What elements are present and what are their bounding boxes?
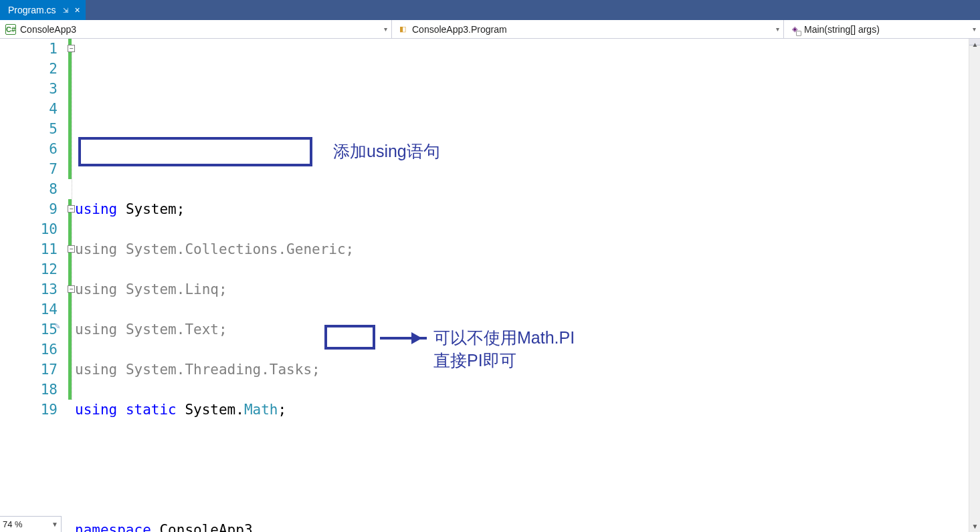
method-name: Main(string[] args): [804, 24, 880, 35]
annotation-label: 可以不使用Math.PI直接PI即可: [433, 326, 575, 372]
line-number: 14: [0, 299, 58, 319]
chevron-down-icon: ▾: [384, 25, 387, 33]
fold-toggle[interactable]: [68, 45, 75, 52]
line-number: 10: [0, 219, 58, 239]
code-line: using static System.Math;: [75, 400, 980, 420]
fold-toggle[interactable]: [68, 285, 75, 293]
line-number: 18: [0, 380, 58, 400]
annotation-box: [78, 137, 312, 166]
zoom-value: 74 %: [3, 519, 23, 529]
code-line: using System.Collections.Generic;: [75, 239, 980, 259]
annotation-label: 添加using语句: [333, 140, 440, 162]
vertical-scrollbar[interactable]: ▲ ▼: [969, 39, 980, 532]
code-editor[interactable]: 1 2 3 4 5 6 7 8 9 10 11 12 13 14 15 16 1…: [0, 39, 980, 516]
csharp-icon: C#: [5, 24, 16, 35]
project-name: ConsoleApp3: [20, 24, 76, 35]
file-tab-active[interactable]: Program.cs ⇲ ×: [0, 0, 86, 20]
class-name: ConsoleApp3.Program: [412, 24, 507, 35]
line-number: 4: [0, 99, 58, 119]
method-icon: ◈: [789, 24, 800, 35]
line-number: 1: [0, 39, 58, 59]
fold-toggle[interactable]: [68, 205, 75, 213]
file-tab-name: Program.cs: [8, 5, 56, 15]
navigation-bar: C# ConsoleApp3 ▾ ◧ ConsoleApp3.Program ▾…: [0, 20, 980, 39]
code-line: using System.Linq;: [75, 279, 980, 299]
code-line: [75, 440, 980, 460]
line-number: 15: [0, 319, 58, 340]
close-icon[interactable]: ×: [75, 5, 80, 15]
change-marker-column: ✎: [67, 39, 75, 516]
member-dropdown[interactable]: ◈ Main(string[] args) ▾: [784, 20, 980, 38]
line-number: 16: [0, 340, 58, 360]
scroll-down-icon[interactable]: ▼: [969, 521, 980, 532]
chevron-down-icon: ▼: [52, 521, 58, 528]
pin-icon[interactable]: ⇲: [63, 7, 68, 14]
pencil-icon: ✎: [55, 321, 60, 331]
outline-guide: [72, 52, 72, 400]
class-dropdown[interactable]: ◧ ConsoleApp3.Program ▾: [392, 20, 784, 38]
line-number: 5: [0, 119, 58, 139]
line-number: 17: [0, 360, 58, 380]
line-number: 8: [0, 179, 58, 199]
code-area[interactable]: using System; using System.Collections.G…: [75, 39, 980, 516]
code-line: using System;: [75, 199, 980, 219]
chevron-down-icon: ▾: [776, 25, 779, 33]
line-number: 9: [0, 199, 58, 219]
line-number: 6: [0, 139, 58, 159]
annotation-box: [324, 325, 375, 350]
line-number: 12: [0, 259, 58, 279]
tab-strip: Program.cs ⇲ ×: [0, 0, 980, 20]
scroll-up-icon[interactable]: ▲: [969, 39, 980, 50]
zoom-dropdown[interactable]: 74 % ▼: [0, 516, 62, 532]
fold-toggle[interactable]: [68, 245, 75, 253]
line-number: 13: [0, 279, 58, 299]
annotation-arrow: [380, 337, 427, 340]
line-number: 2: [0, 59, 58, 79]
project-dropdown[interactable]: C# ConsoleApp3 ▾: [0, 20, 392, 38]
code-line: [75, 480, 980, 500]
class-icon: ◧: [397, 24, 408, 35]
line-number: 19: [0, 400, 58, 420]
line-number: 11: [0, 239, 58, 259]
line-number-gutter: 1 2 3 4 5 6 7 8 9 10 11 12 13 14 15 16 1…: [0, 39, 67, 516]
code-line: namespace ConsoleApp3: [75, 520, 980, 532]
line-number: 7: [0, 159, 58, 179]
chevron-down-icon: ▾: [973, 25, 976, 33]
line-number: 3: [0, 79, 58, 99]
